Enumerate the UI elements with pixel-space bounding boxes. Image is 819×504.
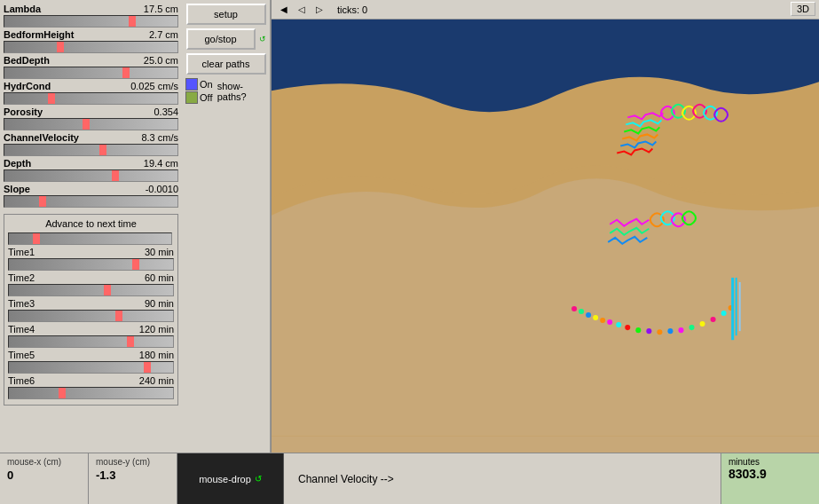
param-value-4: 0.354: [154, 106, 178, 117]
3d-view[interactable]: ◀ ◁ ▷ ticks: 0 3D: [271, 0, 819, 453]
time-name-0: Time1: [8, 247, 35, 257]
param-slider-7[interactable]: [4, 195, 178, 208]
time-row-time1: Time1 30 min: [8, 247, 174, 271]
time-value-4: 180 min: [139, 350, 174, 360]
time-slider-2[interactable]: [8, 310, 174, 322]
time-value-2: 90 min: [145, 298, 174, 309]
time-slider-0[interactable]: [8, 258, 174, 271]
time-value-3: 120 min: [139, 324, 174, 335]
minutes-value: 8303.9: [728, 467, 812, 481]
mouse-y-value: -1.3: [96, 469, 169, 482]
param-slider-1[interactable]: [4, 41, 178, 53]
params-panel: Lambda 17.5 cm BedformHeight 2.7 cm BedD…: [0, 0, 182, 453]
on-toggle[interactable]: [185, 78, 198, 91]
svg-point-8: [616, 322, 621, 327]
param-slider-3[interactable]: [4, 92, 178, 105]
param-slider-4[interactable]: [4, 118, 178, 130]
param-value-1: 2.7 cm: [149, 29, 178, 40]
mouse-drop-label: mouse-drop: [199, 474, 251, 484]
time-name-2: Time3: [8, 298, 35, 309]
time-name-3: Time4: [8, 324, 35, 335]
advance-title: Advance to next time: [8, 218, 174, 229]
svg-point-7: [607, 319, 612, 325]
ticks-label: ticks: 0: [337, 4, 367, 15]
param-slider-2[interactable]: [4, 67, 178, 79]
mouse-x-value: 0: [7, 469, 81, 482]
time-value-5: 240 min: [139, 375, 174, 386]
param-row-slope: Slope -0.0010: [4, 184, 178, 208]
time-row-time6: Time6 240 min: [8, 375, 174, 399]
param-slider-5[interactable]: [4, 144, 178, 156]
param-row-depth: Depth 19.4 cm: [4, 158, 178, 182]
back-icon[interactable]: ◀: [277, 3, 291, 17]
param-row-lambda: Lambda 17.5 cm: [4, 4, 178, 28]
svg-point-17: [711, 317, 716, 322]
time-slider-1[interactable]: [8, 284, 174, 296]
svg-point-2: [571, 306, 577, 311]
param-name-6: Depth: [4, 158, 31, 169]
terrain-svg: [272, 20, 819, 437]
clear-paths-button[interactable]: clear paths: [186, 53, 266, 75]
left-arrow-icon[interactable]: ◁: [295, 3, 309, 17]
param-name-4: Porosity: [4, 106, 43, 117]
param-name-7: Slope: [4, 184, 30, 194]
advance-panel: Advance to next time Time1 30 min Time2 …: [4, 214, 178, 406]
param-name-5: ChannelVelocity: [4, 132, 79, 143]
go-stop-button[interactable]: go/stop: [186, 28, 256, 50]
param-value-7: -0.0010: [146, 184, 178, 194]
param-name-3: HydrCond: [4, 81, 51, 91]
mouse-x-label: mouse-x (cm): [7, 457, 81, 467]
svg-point-16: [700, 321, 705, 327]
param-slider-6[interactable]: [4, 169, 178, 182]
svg-point-14: [678, 327, 683, 333]
param-value-5: 8.3 cm/s: [141, 132, 178, 143]
svg-point-10: [635, 327, 641, 333]
svg-point-15: [689, 325, 695, 330]
off-toggle[interactable]: [185, 91, 198, 104]
time-slider-4[interactable]: [8, 361, 174, 374]
channel-velocity-label: Channel Velocity -->: [298, 473, 394, 485]
view-toolbar: ◀ ◁ ▷ ticks: 0 3D: [272, 0, 819, 20]
time-value-0: 30 min: [145, 247, 174, 257]
off-label: Off: [200, 92, 212, 103]
param-name-2: BedDepth: [4, 55, 50, 66]
mouse-y-cell: mouse-y (cm) -1.3: [89, 453, 177, 504]
setup-button[interactable]: setup: [186, 4, 266, 25]
toolbar-icons: ◀ ◁ ▷: [277, 3, 327, 17]
on-label: On: [200, 79, 213, 90]
svg-point-11: [646, 328, 651, 334]
svg-point-9: [625, 325, 630, 330]
mouse-drop-cell: mouse-drop ↺: [177, 453, 284, 504]
time-row-time2: Time2 60 min: [8, 272, 174, 296]
go-stop-icon: ↺: [259, 35, 266, 43]
right-arrow-icon[interactable]: ▷: [312, 3, 327, 17]
show-paths-toggle-row: On Off show-paths?: [185, 78, 266, 104]
refresh-icon: ↺: [255, 474, 262, 484]
3d-button[interactable]: 3D: [791, 2, 815, 16]
param-row-bedformheight: BedformHeight 2.7 cm: [4, 29, 178, 53]
svg-point-18: [721, 311, 727, 316]
param-row-beddepth: BedDepth 25.0 cm: [4, 55, 178, 79]
svg-point-4: [586, 312, 591, 318]
param-row-hydrcond: HydrCond 0.025 cm/s: [4, 81, 178, 105]
time-name-4: Time5: [8, 350, 35, 360]
controls-panel: setup go/stop ↺ clear paths On Off show-…: [182, 0, 271, 453]
minutes-cell: minutes 8303.9: [721, 453, 819, 504]
param-value-0: 17.5 cm: [144, 4, 178, 14]
svg-point-6: [600, 318, 605, 323]
time-slider-5[interactable]: [8, 387, 174, 399]
svg-point-3: [579, 309, 584, 314]
status-bar: mouse-x (cm) 0 mouse-y (cm) -1.3 mouse-d…: [0, 453, 819, 504]
svg-point-5: [593, 315, 598, 320]
param-row-channelvelocity: ChannelVelocity 8.3 cm/s: [4, 132, 178, 156]
show-paths-label: show-paths?: [217, 81, 266, 102]
param-name-1: BedformHeight: [4, 29, 74, 40]
param-slider-0[interactable]: [4, 15, 178, 28]
time-slider-3[interactable]: [8, 335, 174, 348]
param-value-6: 19.4 cm: [144, 158, 178, 169]
advance-main-slider[interactable]: [8, 232, 172, 245]
channel-velocity-cell: Channel Velocity -->: [284, 453, 721, 504]
time-row-time4: Time4 120 min: [8, 324, 174, 348]
time-name-5: Time6: [8, 375, 35, 386]
time-row-time3: Time3 90 min: [8, 298, 174, 322]
